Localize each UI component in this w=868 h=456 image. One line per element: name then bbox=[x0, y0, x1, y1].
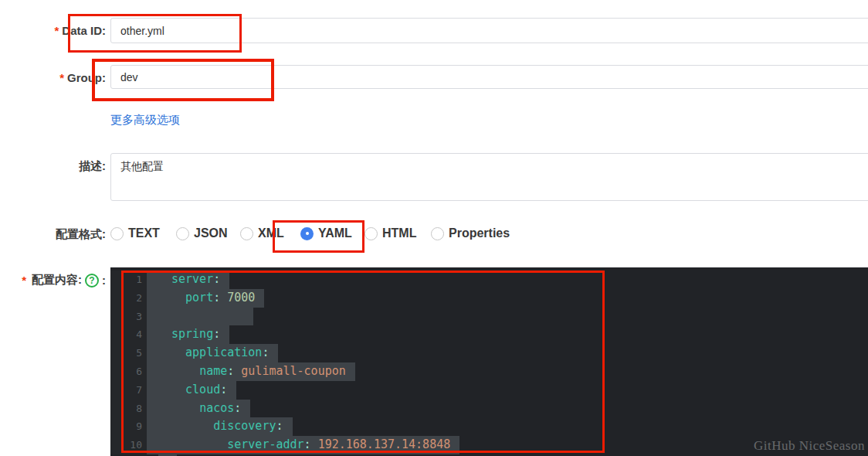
line-content: spring: bbox=[147, 325, 868, 344]
advanced-options-link[interactable]: 更多高级选项 bbox=[110, 113, 180, 128]
code-line[interactable]: 2 port: 7000 bbox=[110, 289, 868, 308]
code-line[interactable]: 7 cloud: bbox=[110, 381, 868, 400]
token-num: 7000 bbox=[227, 291, 255, 305]
format-option-label: TEXT bbox=[128, 226, 160, 240]
token-punc: : bbox=[262, 345, 269, 359]
description-label: 描述: bbox=[0, 159, 106, 174]
required-asterisk: * bbox=[22, 274, 26, 287]
code-line[interactable]: 1server: bbox=[110, 271, 868, 289]
data-id-label-text: Data ID: bbox=[62, 24, 106, 37]
format-option-label: JSON bbox=[194, 226, 228, 240]
line-content: name: gulimall-coupon bbox=[147, 362, 868, 381]
token-punc: : bbox=[213, 272, 220, 286]
token-plain bbox=[171, 383, 185, 396]
token-str: gulimall-coupon bbox=[241, 364, 345, 378]
line-content: cloud: bbox=[147, 381, 868, 400]
line-number: 2 bbox=[110, 289, 147, 308]
format-option-yaml[interactable]: YAML bbox=[300, 226, 352, 240]
format-option-label: XML bbox=[258, 226, 284, 240]
config-content-editor[interactable]: 1server:2 port: 700034spring:5 applicati… bbox=[110, 267, 868, 456]
group-input[interactable] bbox=[110, 65, 868, 89]
token-key: discovery bbox=[213, 419, 276, 433]
line-number: 7 bbox=[110, 381, 147, 400]
token-plain bbox=[171, 401, 199, 415]
line-number: 4 bbox=[110, 325, 147, 344]
token-punc: : bbox=[276, 419, 283, 433]
token-punc: : bbox=[227, 364, 234, 378]
token-key: name bbox=[199, 364, 227, 378]
code-line[interactable]: 5 application: bbox=[110, 344, 868, 362]
format-label-text: 配置格式: bbox=[56, 227, 106, 240]
line-content: port: 7000 bbox=[147, 289, 868, 308]
token-plain bbox=[220, 291, 227, 305]
line-number: 6 bbox=[110, 362, 147, 381]
format-option-text[interactable]: TEXT bbox=[110, 226, 160, 240]
format-option-label: Properties bbox=[449, 226, 510, 240]
watermark-text: GitHub NiceSeason bbox=[754, 438, 865, 454]
new-config-form-page: *Data ID: *Group: 更多高级选项 描述: 其他配置 配置格式: … bbox=[0, 0, 868, 456]
code-line[interactable]: 6 name: gulimall-coupon bbox=[110, 362, 868, 381]
token-plain bbox=[234, 364, 241, 378]
code-area[interactable]: 1server:2 port: 700034spring:5 applicati… bbox=[110, 267, 868, 456]
token-key: port bbox=[185, 291, 213, 305]
token-punc: : bbox=[304, 437, 311, 451]
radio-icon[interactable] bbox=[240, 227, 253, 240]
config-content-label: * 配置内容: ? : bbox=[0, 273, 106, 288]
token-str: 192.168.137.14:8848 bbox=[318, 437, 451, 451]
token-key: spring bbox=[171, 327, 213, 341]
token-punc: : bbox=[234, 401, 241, 415]
format-option-xml[interactable]: XML bbox=[240, 226, 284, 240]
format-label: 配置格式: bbox=[0, 227, 106, 242]
config-content-label-text: 配置内容: bbox=[32, 273, 82, 288]
format-option-label: HTML bbox=[382, 226, 416, 240]
group-label: *Group: bbox=[0, 71, 106, 84]
radio-icon[interactable] bbox=[431, 227, 444, 240]
line-number: 1 bbox=[110, 271, 147, 289]
token-key: server-addr bbox=[227, 437, 303, 451]
radio-icon[interactable] bbox=[176, 227, 189, 240]
token-key: server bbox=[171, 272, 213, 286]
line-number: 3 bbox=[110, 308, 147, 326]
data-id-label: *Data ID: bbox=[0, 24, 106, 37]
token-plain bbox=[171, 345, 185, 359]
token-plain bbox=[171, 291, 185, 305]
line-number: 9 bbox=[110, 417, 147, 436]
line-content bbox=[147, 308, 868, 326]
format-option-html[interactable]: HTML bbox=[364, 226, 416, 240]
token-key: cloud bbox=[185, 383, 220, 396]
required-asterisk: * bbox=[59, 71, 64, 84]
token-key: nacos bbox=[199, 401, 234, 415]
line-content: application: bbox=[147, 344, 868, 362]
description-textarea[interactable]: 其他配置 bbox=[110, 153, 868, 201]
radio-icon[interactable] bbox=[364, 227, 378, 240]
format-option-label: YAML bbox=[318, 226, 352, 240]
line-content: nacos: bbox=[147, 400, 868, 418]
group-label-text: Group: bbox=[67, 71, 106, 84]
token-punc: : bbox=[213, 291, 220, 305]
line-content: server: bbox=[147, 271, 868, 289]
token-plain bbox=[171, 419, 213, 433]
radio-selected-icon[interactable] bbox=[300, 227, 314, 240]
token-plain bbox=[171, 364, 199, 378]
format-option-json[interactable]: JSON bbox=[176, 226, 228, 240]
token-key: application bbox=[185, 345, 262, 359]
token-plain bbox=[171, 437, 227, 451]
token-punc: : bbox=[220, 383, 227, 396]
help-question-icon[interactable]: ? bbox=[85, 274, 99, 288]
description-label-text: 描述: bbox=[79, 159, 106, 172]
config-content-label-suffix: : bbox=[102, 274, 106, 287]
token-punc: : bbox=[213, 327, 220, 341]
code-line[interactable]: 8 nacos: bbox=[110, 400, 868, 418]
token-plain bbox=[311, 437, 318, 451]
format-option-properties[interactable]: Properties bbox=[431, 226, 510, 240]
data-id-input[interactable] bbox=[110, 18, 868, 43]
selection-fragment bbox=[158, 451, 177, 456]
line-content: discovery: bbox=[147, 417, 868, 436]
code-line[interactable]: 4spring: bbox=[110, 325, 868, 344]
code-line[interactable]: 9 discovery: bbox=[110, 417, 868, 436]
required-asterisk: * bbox=[54, 24, 59, 37]
code-line[interactable]: 3 bbox=[110, 308, 868, 326]
radio-icon[interactable] bbox=[110, 227, 124, 240]
line-number: 10 bbox=[110, 436, 147, 454]
line-number: 8 bbox=[110, 400, 147, 418]
